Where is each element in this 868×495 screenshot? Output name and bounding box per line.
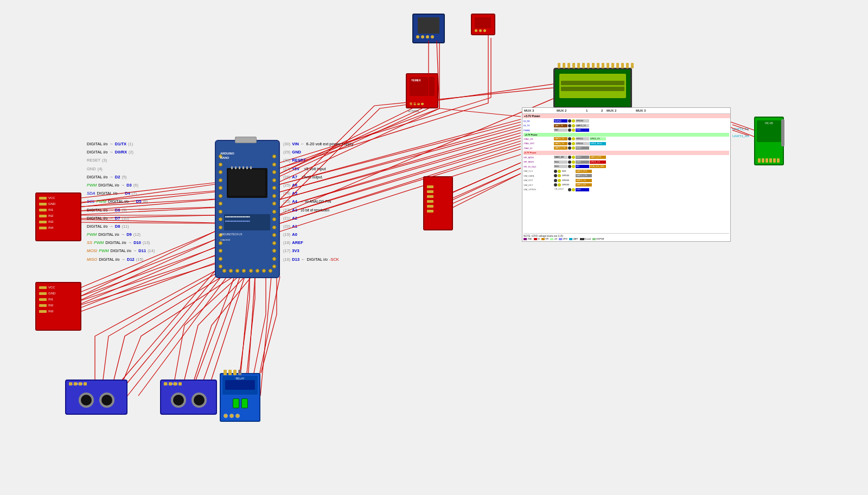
svg-line-1 <box>79 192 215 207</box>
svg-line-4 <box>79 215 215 218</box>
svg-line-28 <box>280 146 521 223</box>
hall-sensor <box>471 14 495 35</box>
svg-line-12 <box>117 271 220 396</box>
svg-line-27 <box>280 141 521 215</box>
svg-line-7 <box>79 240 215 301</box>
sensor-strip-top: VCC GND IN1 IN2 IN3 IN4 <box>35 192 81 241</box>
svg-line-35 <box>280 100 429 173</box>
svg-line-20 <box>260 277 271 396</box>
svg-line-2 <box>79 200 215 211</box>
svg-line-5 <box>79 222 215 223</box>
yemex-sensor: YEMEX ACS893L <box>406 73 438 108</box>
uart3-rx-label: UART3_RX <box>732 134 749 138</box>
uart3-tx-label: UART3_TX <box>732 127 749 131</box>
svg-line-0 <box>79 184 215 203</box>
svg-line-10 <box>79 263 215 312</box>
sensor-module-mid <box>423 176 453 230</box>
lcd-display <box>553 68 632 108</box>
svg-line-25 <box>280 130 521 200</box>
svg-line-39 <box>439 108 521 117</box>
svg-line-24 <box>280 125 521 192</box>
mux-pinout-diagram: MUX 3 MUX 2 1 2 MUX 2 MUX 3 +3.7V Power … <box>522 107 731 242</box>
svg-line-6 <box>79 232 215 297</box>
svg-line-26 <box>280 136 521 208</box>
nano-pins-right <box>272 155 276 268</box>
svg-line-32 <box>280 108 439 168</box>
arduino-nano-board: ARDUINO NANO ARDUINOTECH.US USA 2009 ■■■… <box>215 140 280 278</box>
accelerometer-module <box>412 14 445 43</box>
usb-port <box>235 137 257 143</box>
right-pin-labels: (30)VIN←6-20 volt ext power supply (29)G… <box>283 140 354 263</box>
svg-line-13 <box>127 271 226 396</box>
relay-module: RELAY <box>220 373 260 422</box>
ultrasonic-sensor-2: HC-SR04 <box>160 380 217 415</box>
svg-line-8 <box>79 247 215 305</box>
left-pin-labels: DIGITAL i/o→D1/TX(1) DIGITAL i/o→D0/RX(2… <box>87 140 155 263</box>
nano-pins-left <box>219 155 222 268</box>
svg-line-34 <box>280 98 491 163</box>
bluetooth-module: HC-05 <box>754 117 784 165</box>
sensor-strip-bottom: VCC GND IN1 IN2 IN3 <box>35 282 81 331</box>
ultrasonic-sensor-1: HC-SR04 <box>65 380 127 415</box>
svg-line-3 <box>79 208 215 215</box>
svg-line-14 <box>138 271 231 396</box>
svg-line-9 <box>79 255 215 308</box>
svg-line-23 <box>280 119 521 184</box>
svg-line-11 <box>108 271 215 396</box>
